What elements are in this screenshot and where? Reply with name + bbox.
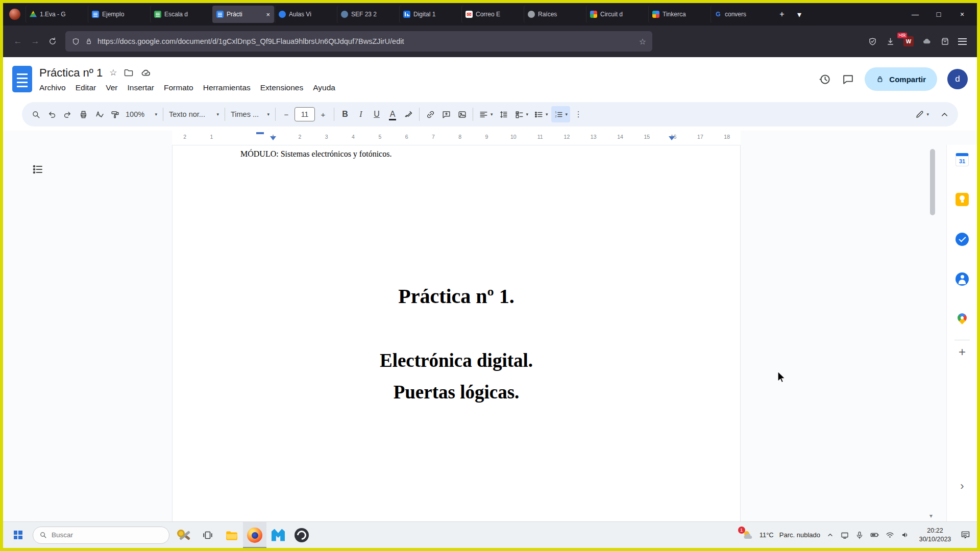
increase-font-size-button[interactable]: +: [315, 106, 331, 122]
browser-tab[interactable]: Tinkerca: [648, 6, 710, 23]
extension-badge-icon[interactable]: W>8k: [903, 36, 914, 46]
menu-icon[interactable]: [958, 38, 967, 45]
redo-button[interactable]: [60, 106, 75, 122]
keep-icon[interactable]: [955, 193, 969, 206]
line-spacing-button[interactable]: [496, 106, 511, 122]
spellcheck-button[interactable]: [91, 106, 107, 122]
account-avatar[interactable]: d: [947, 69, 968, 89]
shield-extension-icon[interactable]: [868, 37, 877, 46]
bulleted-list-button[interactable]: ▾: [531, 106, 551, 122]
browser-tab[interactable]: Gconvers: [710, 6, 772, 23]
checklist-button[interactable]: ▾: [512, 106, 531, 122]
highlight-color-button[interactable]: [401, 106, 416, 122]
decrease-font-size-button[interactable]: −: [279, 106, 294, 122]
menu-extensiones[interactable]: Extensiones: [256, 82, 308, 93]
start-button[interactable]: [6, 522, 30, 548]
share-button[interactable]: Compartir: [865, 67, 937, 91]
align-button[interactable]: ▾: [476, 106, 496, 122]
volume-icon[interactable]: [900, 530, 910, 540]
taskbar-clock[interactable]: 20:22 30/10/2023: [916, 527, 954, 543]
document-page[interactable]: MÓDULO: Sistemas electrónicos y fotónico…: [172, 145, 741, 521]
contacts-icon[interactable]: [955, 272, 969, 286]
version-history-icon[interactable]: [818, 72, 831, 86]
battery-icon[interactable]: [870, 530, 879, 540]
new-tab-button[interactable]: +: [774, 7, 790, 22]
forward-button[interactable]: →: [27, 33, 44, 50]
undo-button[interactable]: [44, 106, 59, 122]
profile-icon[interactable]: [9, 9, 20, 20]
browser-tab[interactable]: Digital 1: [399, 6, 461, 23]
add-addon-button[interactable]: +: [959, 345, 966, 359]
lock-icon[interactable]: [85, 37, 93, 45]
text-color-button[interactable]: A: [385, 106, 400, 122]
microphone-icon[interactable]: [855, 531, 864, 540]
menu-ver[interactable]: Ver: [101, 82, 122, 93]
styles-select[interactable]: Texto nor...▾: [166, 106, 222, 122]
font-select[interactable]: Times ...▾: [228, 106, 272, 122]
weather-temp[interactable]: 11°C: [760, 531, 774, 539]
action-center-icon[interactable]: [960, 530, 971, 540]
url-bar[interactable]: https://docs.google.com/document/d/1gCxl…: [65, 31, 652, 52]
scrollbar-down-icon[interactable]: ▾: [929, 512, 933, 519]
maximize-button[interactable]: □: [927, 4, 950, 25]
task-view-button[interactable]: [196, 522, 219, 548]
back-button[interactable]: ←: [9, 33, 27, 50]
reload-button[interactable]: [44, 33, 61, 50]
browser-tab[interactable]: Circuit d: [586, 6, 648, 23]
document-title[interactable]: Práctica nº 1: [39, 66, 103, 80]
browser-tab[interactable]: Correo E: [461, 6, 523, 23]
more-options-button[interactable]: ⋮: [571, 106, 586, 122]
bold-button[interactable]: B: [337, 106, 353, 122]
hide-menus-button[interactable]: [937, 106, 952, 122]
insert-link-button[interactable]: [423, 106, 438, 122]
show-outline-button[interactable]: [30, 161, 46, 178]
zoom-select[interactable]: 100%▾: [123, 106, 160, 122]
menu-archivo[interactable]: Archivo: [35, 82, 70, 93]
star-document-icon[interactable]: ☆: [109, 67, 117, 78]
close-window-button[interactable]: ×: [950, 4, 974, 25]
left-indent-marker[interactable]: [270, 136, 276, 140]
editing-mode-button[interactable]: ▾: [912, 106, 932, 122]
taskbar-app-firefox[interactable]: [243, 522, 266, 548]
taskbar-search[interactable]: [33, 527, 169, 544]
browser-tab[interactable]: 1.Eva - G: [26, 6, 87, 23]
browser-tab[interactable]: Raíces: [524, 6, 585, 23]
browser-tab-active[interactable]: Prácti×: [212, 6, 274, 23]
menu-ayuda[interactable]: Ayuda: [308, 82, 340, 93]
display-device-icon[interactable]: [840, 531, 849, 540]
tracking-shield-icon[interactable]: [71, 37, 80, 46]
calendar-icon[interactable]: 31: [955, 153, 969, 166]
menu-herramientas[interactable]: Herramientas: [199, 82, 255, 93]
ruler[interactable]: 21 123456789101112131415161718: [3, 131, 977, 145]
cloud-extension-icon[interactable]: [922, 36, 932, 46]
insert-image-button[interactable]: [454, 106, 470, 122]
scrollbar-thumb[interactable]: [930, 149, 935, 215]
browser-tab[interactable]: Aulas Vi: [275, 6, 336, 23]
library-icon[interactable]: [940, 37, 950, 46]
browser-tab[interactable]: Ejemplo: [88, 6, 150, 23]
taskbar-app-tools[interactable]: [173, 522, 196, 548]
taskbar-app-obs[interactable]: [290, 522, 313, 548]
weather-widget[interactable]: 1: [742, 529, 754, 541]
underline-button[interactable]: U: [369, 106, 384, 122]
wifi-icon[interactable]: [885, 530, 895, 540]
italic-button[interactable]: I: [353, 106, 369, 122]
font-size-input[interactable]: 11: [295, 107, 315, 121]
taskbar-app-explorer[interactable]: [219, 522, 243, 548]
menu-formato[interactable]: Formato: [159, 82, 198, 93]
browser-tab[interactable]: Escala d: [150, 6, 212, 23]
first-line-indent-marker[interactable]: [256, 132, 264, 134]
close-tab-icon[interactable]: ×: [266, 11, 270, 18]
add-comment-button[interactable]: [438, 106, 454, 122]
right-indent-marker[interactable]: [669, 136, 675, 140]
bookmark-star-icon[interactable]: ☆: [639, 37, 646, 46]
google-docs-logo[interactable]: [12, 66, 32, 92]
taskbar-search-input[interactable]: [52, 531, 154, 539]
taskbar-app-malwarebytes[interactable]: [266, 522, 290, 548]
minimize-button[interactable]: —: [903, 4, 927, 25]
move-folder-icon[interactable]: [124, 68, 134, 78]
url-text[interactable]: https://docs.google.com/document/d/1gCxl…: [97, 37, 634, 45]
print-button[interactable]: [76, 106, 91, 122]
menu-insertar[interactable]: Insertar: [122, 82, 159, 93]
hide-side-panel-button[interactable]: ›: [960, 480, 964, 493]
